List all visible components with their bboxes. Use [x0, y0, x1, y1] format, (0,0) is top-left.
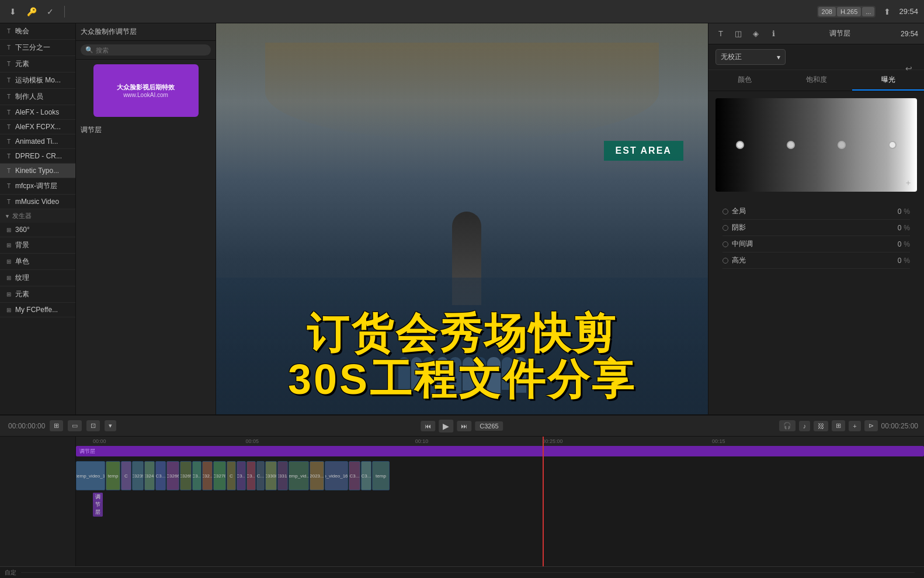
clip-c3-4[interactable]: C3...	[246, 461, 256, 490]
timeline-btn-clip[interactable]: ▭	[68, 420, 82, 431]
param-radio-highlight[interactable]	[722, 258, 728, 264]
clip-temp2[interactable]: temp	[106, 461, 120, 490]
sidebar-item-yuansu[interactable]: T 元素	[0, 56, 75, 72]
clip-c-2[interactable]: C	[227, 461, 236, 490]
sidebar-item-single-color[interactable]: ⊞ 单色	[0, 254, 75, 270]
param-radio-shadow[interactable]	[722, 225, 728, 231]
sidebar-icon-animated: T	[5, 139, 13, 145]
sidebar-item-alefx-looks[interactable]: T AleFX - Looks	[0, 105, 75, 120]
timeline-area: 00:00:00:00 ⊞ ▭ ⊡ ▾ ⏮ ▶ ⏭ C3265 🎧 ♪ ⛓ ⊞ …	[0, 414, 924, 578]
inspector-calendar-icon[interactable]: ◫	[732, 27, 745, 40]
skip-back-btn[interactable]: ⏮	[421, 421, 435, 431]
timeline-btn-audio[interactable]: ⊡	[86, 420, 100, 431]
slider-dot-2[interactable]	[787, 141, 795, 149]
clip-temp1[interactable]: temp_video_1	[76, 461, 105, 490]
zoom-in-btn[interactable]: +	[849, 421, 860, 431]
clip-c3278[interactable]: C3278	[213, 461, 226, 490]
sidebar-item-bg[interactable]: ⊞ 背景	[0, 237, 75, 254]
playback-controls: ⏮ ▶ ⏭ C3265	[421, 420, 503, 432]
section-arrow: ▼	[5, 213, 10, 219]
search-input-wrap[interactable]: 🔍	[81, 44, 211, 56]
param-name-highlight: 高光	[722, 255, 746, 265]
clip-temp-vid[interactable]: temp_vid...	[289, 461, 309, 490]
clip-c3-5[interactable]: C3...	[349, 461, 360, 490]
tab-exposure[interactable]: 曝光	[852, 70, 924, 91]
sidebar-item-kinetic[interactable]: T Kinetic Typo...	[0, 164, 75, 178]
preset-btn-3[interactable]: ...	[862, 7, 874, 16]
clip-c3239[interactable]: C3239	[132, 461, 144, 490]
clip-c3-2[interactable]: C3...	[192, 461, 202, 490]
sidebar-icon-kinetic: T	[5, 168, 13, 174]
timeline-left-panel	[0, 437, 76, 566]
share-icon[interactable]: ⬆	[880, 5, 894, 19]
param-value-shadow[interactable]: 0 %	[898, 224, 910, 232]
correction-dropdown[interactable]: 无校正 ▾	[715, 49, 786, 65]
skip-forward-btn[interactable]: ⏭	[457, 421, 471, 431]
clip-c3-1[interactable]: C3...	[155, 461, 166, 490]
browser-card[interactable]: 大众脸影视后期特效 www.LookAI.com	[93, 64, 199, 117]
clip-c-3[interactable]: C...	[256, 461, 265, 490]
clip-c3-6[interactable]: C3...	[361, 461, 371, 490]
toolbar-right: 208 H.265 ... ⬆ 29:54	[817, 5, 918, 19]
check-icon[interactable]: ✓	[43, 5, 57, 19]
param-value-global[interactable]: 0 %	[898, 207, 910, 216]
chain-btn[interactable]: ⛓	[814, 421, 828, 431]
play-btn[interactable]: ▶	[439, 420, 453, 432]
timeline-track-area: 00:00 00:05 00:10 00:25:00 00:15 调节层 tem…	[76, 437, 924, 566]
clip-2023[interactable]: 2023...	[310, 461, 324, 490]
sidebar-item-motion[interactable]: T 运动模板 Mo...	[0, 72, 75, 89]
sidebar-item-mfcpx[interactable]: T mfcpx-调节层	[0, 178, 75, 195]
sidebar-item-mmusic[interactable]: T mMusic Video	[0, 195, 75, 209]
sidebar-item-zhizuo[interactable]: T 制作人员	[0, 89, 75, 105]
sidebar-item-alefx-fcpx[interactable]: T AleFX FCPX...	[0, 120, 75, 134]
import-icon[interactable]: ⬇	[6, 5, 20, 19]
add-point-icon[interactable]: ＋	[904, 178, 912, 188]
inspector-info-icon[interactable]: ℹ	[767, 27, 780, 40]
timeline-btn-more[interactable]: ▾	[105, 420, 116, 431]
reset-icon[interactable]: ↩	[905, 64, 912, 73]
headphone-btn[interactable]: 🎧	[779, 420, 796, 431]
generator-section[interactable]: ▼ 发生器	[0, 209, 75, 223]
sidebar-item-dpred[interactable]: T DPRED - CR...	[0, 149, 75, 164]
param-radio-midtone[interactable]	[722, 241, 728, 247]
clip-c3241[interactable]: C3241	[144, 461, 155, 490]
param-value-midtone[interactable]: 0 %	[898, 240, 910, 248]
sidebar-item-animated[interactable]: T Animated Ti...	[0, 134, 75, 149]
slider-dot-4[interactable]	[888, 141, 897, 149]
clip-temp-video-1693[interactable]: temp_video_1693...	[325, 461, 348, 490]
sidebar-item-xiasanfen[interactable]: T 下三分之一	[0, 40, 75, 56]
search-input[interactable]	[96, 47, 206, 54]
slider-dot-3[interactable]	[838, 141, 846, 149]
tab-saturation[interactable]: 饱和度	[780, 70, 852, 91]
preset-btn-1[interactable]: 208	[818, 7, 836, 16]
clip-temp-last[interactable]: temp	[372, 461, 390, 490]
inspector-controls: ＋ 全局 0 % 阴影	[708, 91, 924, 414]
param-value-highlight[interactable]: 0 %	[898, 257, 910, 265]
clip-c3269[interactable]: C3269	[180, 461, 192, 490]
overflow-btn[interactable]: ⊳	[864, 420, 878, 431]
sidebar-item-wanhui[interactable]: T 晚会	[0, 23, 75, 40]
param-name-shadow: 阴影	[722, 223, 746, 233]
preset-btn-2[interactable]: H.265	[837, 7, 861, 16]
tab-color[interactable]: 颜色	[708, 70, 780, 91]
sidebar-item-360[interactable]: ⊞ 360°	[0, 223, 75, 237]
inspector-text-icon[interactable]: T	[714, 27, 727, 40]
clip-c1[interactable]: C	[121, 461, 131, 490]
key-icon[interactable]: 🔑	[25, 5, 39, 19]
inspector-color-icon[interactable]: ◈	[749, 27, 762, 40]
sidebar-item-myfcp[interactable]: ⊞ My FCPeffe...	[0, 303, 75, 317]
snap-btn[interactable]: ⊞	[832, 420, 845, 431]
playhead[interactable]	[543, 437, 544, 566]
audio-btn[interactable]: ♪	[799, 421, 811, 431]
clip-c32[interactable]: C32...	[202, 461, 213, 490]
slider-dot-1[interactable]	[736, 141, 744, 149]
param-radio-global[interactable]	[722, 209, 728, 214]
sidebar-item-texture[interactable]: ⊞ 纹理	[0, 270, 75, 286]
clip-c3-3[interactable]: C3...	[237, 461, 246, 490]
clock-display: 29:54	[899, 7, 918, 16]
clip-c3308[interactable]: C3308	[265, 461, 277, 490]
timeline-btn-layers[interactable]: ⊞	[50, 420, 63, 431]
clip-c3266[interactable]: C3266	[166, 461, 179, 490]
sidebar-item-element[interactable]: ⊞ 元素	[0, 286, 75, 303]
clip-c3311[interactable]: C3311	[277, 461, 288, 490]
